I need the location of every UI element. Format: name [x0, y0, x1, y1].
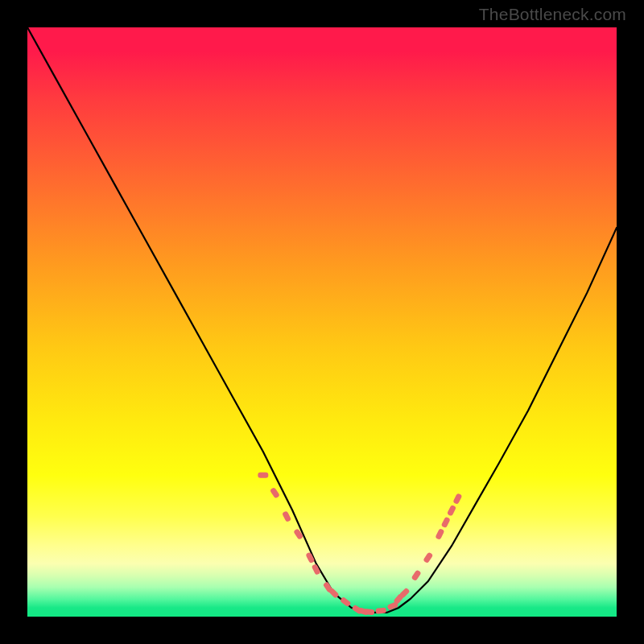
highlight-marker [447, 505, 456, 517]
chart-frame: TheBottleneck.com [0, 0, 644, 644]
highlight-marker [258, 473, 268, 478]
curve-layer [27, 27, 617, 617]
highlight-marker [423, 551, 433, 564]
bottleneck-curve [27, 27, 617, 613]
highlight-marker [452, 493, 462, 505]
watermark-text: TheBottleneck.com [479, 5, 626, 24]
highlight-marker [411, 569, 422, 581]
plot-area [27, 27, 617, 617]
highlight-marker [270, 487, 280, 499]
highlight-markers [258, 473, 462, 616]
highlight-marker [282, 510, 291, 522]
highlight-marker [441, 517, 451, 529]
highlight-marker [435, 528, 444, 540]
